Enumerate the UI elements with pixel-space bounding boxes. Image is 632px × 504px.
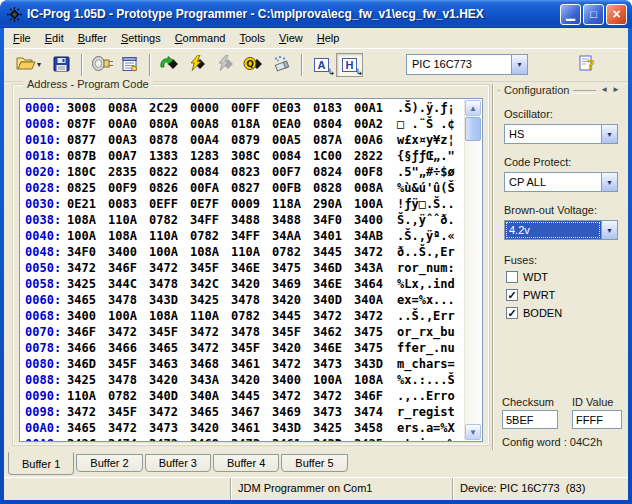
status-empty-panel — [4, 478, 230, 500]
close-button[interactable]: × — [606, 4, 627, 25]
hex-row-00A0[interactable]: 00A0:34653472347334203461343D34253458ers… — [25, 420, 464, 436]
hex-row-0018[interactable]: 0018:087B00A713831283308C00841C002822{§ƒ… — [25, 148, 464, 164]
options-button[interactable] — [116, 53, 143, 77]
menu-file[interactable]: File — [6, 30, 38, 46]
tab-buffer-4[interactable]: Buffer 4 — [213, 454, 279, 472]
tab-buffer-5[interactable]: Buffer 5 — [281, 454, 347, 472]
tab-buffer-1[interactable]: Buffer 1 — [8, 452, 74, 475]
oscillator-value: HS — [505, 125, 601, 143]
status-bar: JDM Programmer on Com1 Device: PIC 16C77… — [4, 477, 628, 500]
menu-help[interactable]: Help — [310, 30, 347, 46]
toolbar-separator — [301, 54, 303, 76]
checkbox-checked-icon[interactable]: ✓ — [506, 307, 518, 319]
hex-row-0050[interactable]: 0050:3472346F3472345F346E3475346D343Aror… — [25, 260, 464, 276]
hex-row-0048[interactable]: 0048:34F03400100A108A110A078234453472ð..… — [25, 244, 464, 260]
tab-buffer-2[interactable]: Buffer 2 — [76, 454, 142, 472]
erase-chip-button[interactable]: Q — [240, 53, 267, 77]
hex-row-0040[interactable]: 0040:100A108A110A078234FF34AA340134AB.Š.… — [25, 228, 464, 244]
ascii-view-icon: A↳ — [314, 58, 329, 72]
hex-row-0088[interactable]: 0088:342534783420343A34203400100A108A%x.… — [25, 372, 464, 388]
hex-row-0000[interactable]: 0000:3008008A2C29000000FF0E03018300A1.Š)… — [25, 100, 464, 116]
checksum-input[interactable] — [502, 410, 558, 429]
help-button[interactable]: ? — [574, 53, 601, 77]
hex-row-0030[interactable]: 0030:0E2100830EFF0E7F0009118A290A100A!ƒÿ… — [25, 196, 464, 212]
help-icon: ? — [578, 55, 597, 74]
buffer-tabs: Buffer 1Buffer 2Buffer 3Buffer 4Buffer 5 — [4, 452, 628, 477]
hex-row-0080[interactable]: 0080:346D345F34633468346134723473343Dm_c… — [25, 356, 464, 372]
window-title: IC-Prog 1.05D - Prototype Programmer - C… — [27, 7, 558, 21]
app-window: IC-Prog 1.05D - Prototype Programmer - C… — [0, 0, 632, 504]
menu-settings[interactable]: Settings — [114, 30, 168, 46]
hex-row-0098[interactable]: 0098:3472345F347234653467346934733474r_r… — [25, 404, 464, 420]
hex-row-0008[interactable]: 0008:087F00A0080A00A8018A0EA0080400A2□ .… — [25, 116, 464, 132]
hex-view-button[interactable]: H↳ — [336, 53, 363, 77]
program-chip-button[interactable] — [184, 53, 211, 77]
brownout-voltage-select[interactable]: 4.2v ▼ — [504, 220, 618, 240]
hex-row-0020[interactable]: 0020:180C283508220084082300F7082400F8.5"… — [25, 164, 464, 180]
id-value-label: ID Value — [572, 396, 613, 408]
minimize-button[interactable]: ▁ — [560, 4, 581, 25]
checkbox-checked-icon[interactable]: ✓ — [506, 289, 518, 301]
ascii-view-button[interactable]: A↳ — [308, 53, 335, 77]
chevron-down-icon[interactable]: ▼ — [601, 221, 617, 239]
menu-command[interactable]: Command — [168, 30, 233, 46]
hex-row-00A8[interactable]: 00A8:342C34743472346934733461343D3425,tr… — [25, 436, 464, 441]
hex-editor[interactable]: 0000:3008008A2C29000000FF0E03018300A1.Š)… — [19, 98, 483, 442]
save-file-button[interactable] — [48, 53, 75, 77]
chevron-down-icon[interactable]: ▼ — [601, 125, 617, 143]
fuse-label: BODEN — [523, 307, 562, 319]
fuse-wdt[interactable]: WDT — [506, 268, 562, 286]
fuses-label: Fuses: — [504, 254, 537, 266]
menu-view[interactable]: View — [272, 30, 310, 46]
fuses-list: WDT✓PWRT✓BODEN — [506, 268, 562, 322]
menu-buffer[interactable]: Buffer — [71, 30, 114, 46]
configuration-header: Configuration ◄► — [498, 84, 624, 98]
hex-row-0010[interactable]: 0010:087700A3087800A4087900A5087A00A6w£x… — [25, 132, 464, 148]
vertical-scrollbar[interactable]: ▲ ▼ — [464, 100, 481, 440]
folder-open-icon — [16, 56, 36, 73]
hex-row-0038[interactable]: 0038:108A110A078234FF3488348834F03400Š.‚… — [25, 212, 464, 228]
hardware-settings-button[interactable] — [88, 53, 115, 77]
blank-check-button[interactable] — [268, 53, 295, 77]
scrollbar-track[interactable] — [465, 141, 481, 424]
title-bar[interactable]: IC-Prog 1.05D - Prototype Programmer - C… — [0, 0, 632, 28]
scroll-thumb[interactable] — [465, 117, 481, 141]
fuse-boden[interactable]: ✓BODEN — [506, 304, 562, 322]
program-code-panel: Address - Program Code 0000:3008008A2C29… — [12, 84, 490, 446]
open-file-button[interactable]: ▾ — [10, 53, 47, 77]
device-select[interactable]: PIC 16C773 ▼ — [406, 54, 528, 75]
verify-chip-button[interactable] — [212, 53, 239, 77]
toolbar-separator — [149, 54, 151, 76]
maximize-button[interactable]: □ — [583, 4, 604, 25]
close-icon: × — [612, 7, 620, 21]
chevron-down-icon[interactable]: ▼ — [601, 173, 617, 191]
hex-row-0028[interactable]: 0028:082500F9082600FA082700FB0828008A%ù&… — [25, 180, 464, 196]
code-protect-select[interactable]: CP ALL ▼ — [504, 172, 618, 192]
program-lightning-icon — [187, 55, 209, 74]
hex-row-0058[interactable]: 0058:3425344C3478342C34203469346E3464%Lx… — [25, 276, 464, 292]
config-next-button[interactable]: ► — [610, 85, 622, 94]
hex-row-0060[interactable]: 0060:34653478343D342534783420340D340Aex=… — [25, 292, 464, 308]
hex-row-0068[interactable]: 0068:3400100A108A110A0782344534723472..Š… — [25, 308, 464, 324]
configuration-panel: Configuration ◄► Oscillator: HS ▼ Code P… — [496, 82, 626, 452]
chevron-down-icon[interactable]: ▼ — [511, 55, 527, 74]
hex-view-icon: H↳ — [342, 58, 357, 72]
code-protect-label: Code Protect: — [504, 156, 571, 168]
fuse-pwrt[interactable]: ✓PWRT — [506, 286, 562, 304]
oscillator-select[interactable]: HS ▼ — [504, 124, 618, 144]
menu-edit[interactable]: Edit — [38, 30, 71, 46]
scroll-down-button[interactable]: ▼ — [465, 424, 481, 440]
oscillator-label: Oscillator: — [504, 108, 553, 120]
scroll-up-button[interactable]: ▲ — [465, 100, 481, 116]
open-dropdown-caret-icon[interactable]: ▾ — [37, 60, 41, 69]
tab-buffer-3[interactable]: Buffer 3 — [145, 454, 211, 472]
id-value-input[interactable] — [572, 410, 622, 429]
config-prev-button[interactable]: ◄ — [598, 85, 610, 94]
checkbox-unchecked-icon[interactable] — [506, 271, 518, 283]
hex-row-0090[interactable]: 0090:110A0782340D340A344534723472346F.‚.… — [25, 388, 464, 404]
menu-tools[interactable]: Tools — [232, 30, 272, 46]
hex-row-0070[interactable]: 0070:346F3472345F34723478345F34623475or_… — [25, 324, 464, 340]
program-code-panel-title: Address - Program Code — [23, 78, 153, 90]
read-chip-button[interactable] — [156, 53, 183, 77]
hex-row-0078[interactable]: 0078:3466346634653472345F3420346E3475ffe… — [25, 340, 464, 356]
